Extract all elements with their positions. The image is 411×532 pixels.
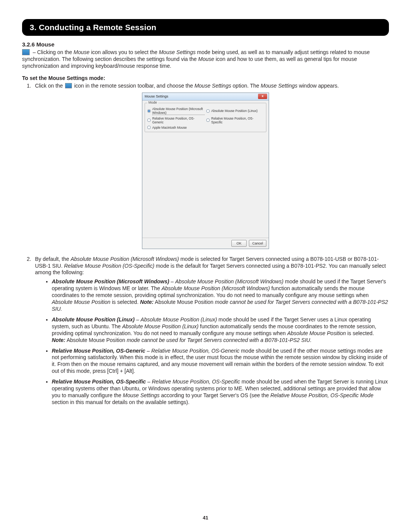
chapter-header: 3. Conducting a Remote Session — [22, 19, 389, 36]
radio-label: Relative Mouse Position, OS-Specific — [211, 117, 264, 124]
text: Absolute Mouse Position — [52, 299, 110, 305]
text: Absolute Mouse Position — [287, 330, 346, 336]
text: Click on the — [35, 83, 64, 89]
radio-icon — [147, 109, 151, 113]
text: Absolute Mouse Position (Microsoft Windo… — [161, 285, 270, 291]
list-item: Absolute Mouse Position (Linux) – Absolu… — [52, 316, 389, 344]
text: – — [146, 379, 152, 385]
radio-apple-mouse[interactable]: Apple Macintosh Mouse — [147, 126, 205, 129]
text: window appears. — [298, 83, 339, 89]
radio-label: Relative Mouse Position, OS-Generic — [152, 117, 205, 124]
dialog-body: Mode Absolute Mouse Position (Microsoft … — [142, 101, 269, 238]
intro-paragraph: – Clicking on the Mouse icon allows you … — [22, 49, 389, 70]
text: Mouse — [198, 56, 214, 62]
mouse-toolbar-icon — [65, 83, 72, 88]
procedure-heading: To set the Mouse Settings mode: — [22, 75, 389, 81]
text: Mouse Settings — [194, 83, 231, 89]
text: Relative Mouse Position, OS-Specific — [152, 379, 240, 385]
text: Note: — [140, 299, 154, 305]
text: – — [145, 348, 151, 354]
text: Mouse Settings — [159, 49, 196, 55]
ok-button[interactable]: OK — [231, 240, 247, 247]
radio-icon — [147, 126, 151, 129]
text: mode cannot be used for Target Servers c… — [127, 337, 312, 343]
mouse-toolbar-icon — [22, 49, 30, 55]
step-number: 2. — [22, 256, 31, 410]
text: Relative Mouse Position, OS-Specific Mod… — [270, 392, 373, 398]
mode-groupbox: Mode Absolute Mouse Position (Microsoft … — [145, 103, 266, 132]
radio-label: Absolute Mouse Position (Microsoft Windo… — [152, 107, 205, 115]
radio-label: Apple Macintosh Mouse — [152, 126, 187, 129]
text: icon in the remote session toolbar, and … — [73, 83, 194, 89]
cancel-button[interactable]: Cancel — [249, 240, 266, 247]
screenshot-wrapper: Mouse Settings x Mode Absolute Mouse Pos… — [22, 93, 389, 249]
text: Relative Mouse Position (OS-Specific) — [64, 263, 154, 269]
radio-absolute-linux[interactable]: Absolute Mouse Position (Linux) — [206, 107, 264, 115]
text: is selected. — [110, 299, 140, 305]
text: Absolute Mouse Position (Linux) — [52, 316, 135, 323]
step-number: 1. — [22, 83, 31, 89]
text: option. The — [231, 83, 261, 89]
subsection-heading: 3.2.6 Mouse — [22, 41, 389, 48]
list-item: Relative Mouse Position, OS-Generic – Re… — [52, 348, 389, 375]
text: – — [135, 316, 141, 323]
text: Absolute Mouse Position (Microsoft Windo… — [52, 278, 169, 284]
radio-absolute-windows[interactable]: Absolute Mouse Position (Microsoft Windo… — [147, 107, 205, 115]
text: Absolute Mouse Position — [154, 299, 215, 305]
step-body: By default, the Absolute Mouse Position … — [35, 256, 389, 410]
text: Mouse Settings — [261, 83, 298, 89]
text: – Clicking on the — [31, 49, 73, 55]
list-item: Absolute Mouse Position (Microsoft Windo… — [52, 278, 389, 313]
text: By default, the — [35, 256, 70, 262]
dialog-titlebar: Mouse Settings x — [142, 93, 269, 101]
radio-icon — [206, 118, 210, 122]
dialog-footer: OK Cancel — [142, 238, 269, 249]
text: Absolute Mouse Position (Microsoft Windo… — [70, 256, 179, 262]
groupbox-label: Mode — [147, 101, 158, 104]
mouse-settings-dialog: Mouse Settings x Mode Absolute Mouse Pos… — [142, 93, 269, 249]
close-button[interactable]: x — [258, 94, 267, 99]
step-2: 2. By default, the Absolute Mouse Positi… — [22, 256, 389, 410]
text: Mouse Settings — [123, 392, 160, 398]
text: Absolute Mouse Position — [65, 337, 127, 343]
text: according to your Target Server's OS (se… — [159, 392, 270, 398]
text: icon allows you to select the — [89, 49, 159, 55]
text: Relative Mouse Position, OS-Generic — [52, 348, 145, 354]
mode-options-list: Absolute Mouse Position (Microsoft Windo… — [52, 278, 389, 406]
radio-relative-generic[interactable]: Relative Mouse Position, OS-Generic — [147, 117, 205, 124]
text: Mouse — [73, 49, 89, 55]
radio-icon — [206, 109, 210, 113]
text: Absolute Mouse Position (Linux) — [140, 316, 217, 323]
text: Absolute Mouse Position (Microsoft Windo… — [175, 278, 284, 284]
radio-relative-specific[interactable]: Relative Mouse Position, OS-Specific — [206, 117, 264, 124]
list-item: Relative Mouse Position, OS-Specific – R… — [52, 379, 389, 406]
step-body: Click on the icon in the remote session … — [35, 83, 389, 89]
text: – — [169, 278, 175, 284]
text: Absolute Mouse Position (Linux) — [122, 323, 199, 329]
text: Relative Mouse Position, OS-Generic — [151, 348, 239, 354]
text: is selected. — [346, 330, 374, 336]
page-number: 41 — [0, 515, 411, 521]
dialog-title: Mouse Settings — [145, 94, 168, 98]
text: Relative Mouse Position, OS-Specific — [52, 379, 146, 385]
radio-label: Absolute Mouse Position (Linux) — [211, 109, 258, 113]
text: section in this manual for details on th… — [52, 399, 190, 405]
radio-icon — [147, 118, 151, 122]
step-1: 1. Click on the icon in the remote sessi… — [22, 83, 389, 89]
text: Note: — [52, 337, 65, 343]
